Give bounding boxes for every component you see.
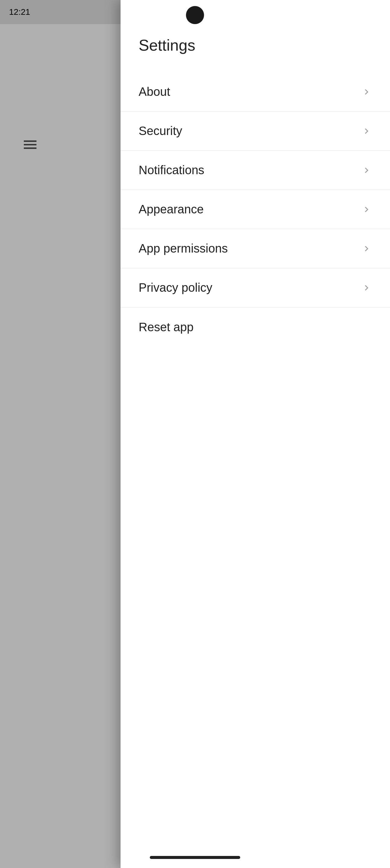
status-time: 12:21	[9, 7, 30, 17]
settings-menu: About Security Notifications Appearance	[121, 72, 390, 347]
settings-item-appearance[interactable]: Appearance	[121, 190, 390, 229]
settings-item-appearance-label: Appearance	[139, 203, 204, 216]
chevron-right-icon-app-permissions	[361, 243, 372, 254]
camera-dot	[186, 6, 204, 24]
chevron-right-icon-about	[361, 87, 372, 97]
settings-item-privacy-policy[interactable]: Privacy policy	[121, 268, 390, 307]
settings-item-reset-app-label: Reset app	[139, 320, 193, 334]
hamburger-menu-button[interactable]	[18, 133, 42, 157]
settings-item-security-label: Security	[139, 124, 182, 138]
chevron-right-icon-privacy-policy	[361, 282, 372, 293]
settings-panel: Settings About Security Notifications	[121, 0, 390, 868]
settings-item-privacy-policy-label: Privacy policy	[139, 281, 212, 294]
settings-item-app-permissions-label: App permissions	[139, 242, 228, 255]
settings-item-app-permissions[interactable]: App permissions	[121, 229, 390, 268]
hamburger-icon	[22, 136, 38, 153]
bottom-home-indicator[interactable]	[150, 856, 240, 859]
settings-item-notifications[interactable]: Notifications	[121, 151, 390, 190]
settings-title: Settings	[139, 36, 372, 54]
settings-item-reset-app[interactable]: Reset app	[121, 307, 390, 347]
settings-item-about-label: About	[139, 85, 170, 98]
chevron-right-icon-notifications	[361, 165, 372, 176]
settings-item-notifications-label: Notifications	[139, 163, 204, 177]
settings-item-security[interactable]: Security	[121, 112, 390, 151]
chevron-right-icon-security	[361, 126, 372, 136]
chevron-right-icon-appearance	[361, 204, 372, 215]
notch-area	[60, 0, 330, 24]
settings-item-about[interactable]: About	[121, 72, 390, 112]
